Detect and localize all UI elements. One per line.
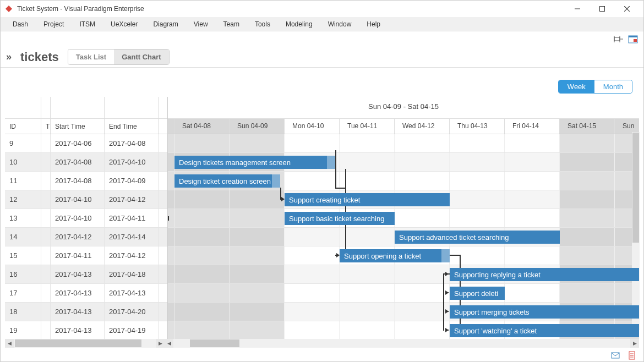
day-column-header[interactable]: Sat 04-15 (560, 119, 615, 134)
maximize-button[interactable] (590, 1, 614, 17)
tab-gantt-chart[interactable]: Gantt Chart (114, 50, 169, 64)
day-column-header[interactable]: Wed 04-12 (395, 119, 450, 134)
menu-itsm[interactable]: ITSM (72, 18, 103, 30)
view-week-button[interactable]: Week (559, 80, 594, 93)
cell-extra (159, 209, 167, 227)
menu-bar: Dash Project ITSM UeXceler Diagram View … (1, 17, 643, 31)
gantt-bar[interactable]: Support merging tickets (450, 305, 639, 319)
scroll-left-arrow-icon[interactable]: ◀ (165, 339, 173, 348)
vertical-scrollbar[interactable] (632, 132, 640, 330)
view-month-button[interactable]: Month (594, 80, 632, 93)
cell-t (41, 265, 51, 283)
cell-id: 15 (5, 246, 41, 265)
gantt-row: Support basic ticket searching (168, 209, 639, 228)
menu-project[interactable]: Project (36, 18, 72, 30)
gantt-bar[interactable]: Support creating ticket (285, 193, 450, 206)
gantt-bar[interactable]: Supporting replying a ticket (450, 268, 639, 281)
svg-rect-10 (629, 36, 637, 37)
table-row[interactable]: 11 2017-04-08 2017-04-09 (5, 172, 167, 190)
cell-extra (159, 190, 167, 209)
table-row[interactable]: 15 2017-04-11 2017-04-12 (5, 246, 167, 265)
table-row[interactable]: 19 2017-04-13 2017-04-19 (5, 321, 167, 339)
menu-view[interactable]: View (186, 18, 216, 30)
cell-t (41, 284, 51, 302)
table-row[interactable]: 13 2017-04-10 2017-04-11 (5, 209, 167, 228)
day-column-header[interactable]: Tue 04-11 (340, 119, 395, 134)
cell-t (41, 172, 51, 190)
cell-start: 2017-04-08 (51, 153, 105, 171)
document-icon[interactable] (627, 351, 636, 360)
day-column-header[interactable]: Fri 04-14 (505, 119, 560, 134)
gantt-row: Design ticket creation screen (168, 172, 639, 190)
table-row[interactable]: 14 2017-04-12 2017-04-14 (5, 228, 167, 246)
cell-extra (159, 284, 167, 302)
gantt-bar[interactable]: Support advanced ticket searching (395, 231, 560, 244)
cell-id: 17 (5, 284, 41, 302)
cell-t (41, 190, 51, 209)
gantt-container: ID T Start Time End Time 9 2017-04-06 20… (5, 97, 639, 339)
cell-start: 2017-04-13 (51, 284, 105, 302)
column-end-header[interactable]: End Time (105, 119, 159, 134)
menu-modeling[interactable]: Modeling (278, 18, 320, 30)
table-hscroll[interactable]: ◀ ▶ (5, 339, 165, 348)
cell-id: 14 (5, 228, 41, 246)
scroll-thumb[interactable] (190, 339, 239, 347)
cell-extra (159, 303, 167, 321)
gantt-bar[interactable]: Support opening a ticket (340, 249, 450, 262)
baseline-icon[interactable] (614, 34, 624, 44)
scroll-right-arrow-icon[interactable]: ▶ (156, 339, 165, 348)
menu-uexceler[interactable]: UeXceler (103, 18, 145, 30)
day-column-header[interactable]: Sun 04-09 (230, 119, 285, 134)
close-button[interactable] (614, 1, 639, 17)
scroll-thumb[interactable] (15, 339, 141, 347)
cell-id: 10 (5, 153, 41, 171)
menu-team[interactable]: Team (216, 18, 247, 30)
tab-task-list[interactable]: Task List (68, 50, 114, 64)
cell-extra (159, 153, 167, 171)
cell-t (41, 228, 51, 246)
window-controls (565, 1, 639, 17)
cell-t (41, 303, 51, 321)
mail-icon[interactable] (611, 351, 620, 360)
menu-window[interactable]: Window (320, 18, 359, 30)
scroll-right-arrow-icon[interactable]: ▶ (630, 339, 639, 348)
table-row[interactable]: 9 2017-04-06 2017-04-08 (5, 134, 167, 153)
menu-diagram[interactable]: Diagram (145, 18, 185, 30)
breadcrumb-symbol: » (6, 51, 12, 63)
day-column-header[interactable]: Mon 04-10 (285, 119, 340, 134)
gantt-bar[interactable]: Support deleti (450, 287, 505, 300)
calendar-icon[interactable] (628, 34, 638, 44)
day-column-header[interactable]: Sat 04-08 (174, 119, 230, 134)
tab-group: Task List Gantt Chart (68, 49, 170, 65)
column-id-header[interactable]: ID (5, 119, 41, 134)
table-row[interactable]: 10 2017-04-08 2017-04-10 (5, 153, 167, 172)
gantt-bar[interactable]: Design ticket creation screen (174, 174, 280, 188)
scroll-thumb[interactable] (632, 133, 639, 243)
menu-help[interactable]: Help (359, 18, 388, 30)
gantt-timeline: Sun 04-09 - Sat 04-15 Sat 04-08Sun 04-09… (168, 97, 639, 339)
cell-start: 2017-04-06 (51, 134, 105, 152)
app-logo-icon (5, 5, 13, 13)
gantt-bar[interactable]: Support basic ticket searching (285, 212, 395, 225)
gantt-bar[interactable]: Design tickets management screen (174, 156, 335, 169)
scroll-left-arrow-icon[interactable]: ◀ (5, 339, 14, 348)
column-t-header[interactable]: T (41, 119, 51, 134)
gantt-row (168, 134, 639, 153)
menu-dash[interactable]: Dash (5, 18, 36, 30)
cell-extra (159, 265, 167, 283)
menu-tools[interactable]: Tools (247, 18, 278, 30)
column-extra-header[interactable] (159, 119, 167, 134)
day-column-header[interactable]: Sun (615, 119, 639, 134)
cell-id: 13 (5, 209, 41, 227)
table-header: ID T Start Time End Time (5, 119, 167, 134)
cell-end: 2017-04-12 (105, 190, 159, 209)
minimize-button[interactable] (565, 1, 590, 17)
table-row[interactable]: 17 2017-04-13 2017-04-13 (5, 284, 167, 303)
day-column-header[interactable]: Thu 04-13 (450, 119, 505, 134)
gantt-hscroll[interactable]: ◀ ▶ (165, 339, 639, 348)
table-row[interactable]: 16 2017-04-13 2017-04-18 (5, 265, 167, 284)
gantt-bar[interactable]: Support 'watching' a ticket (450, 324, 639, 337)
table-row[interactable]: 18 2017-04-13 2017-04-20 (5, 303, 167, 321)
table-row[interactable]: 12 2017-04-10 2017-04-12 (5, 190, 167, 209)
column-start-header[interactable]: Start Time (51, 119, 105, 134)
